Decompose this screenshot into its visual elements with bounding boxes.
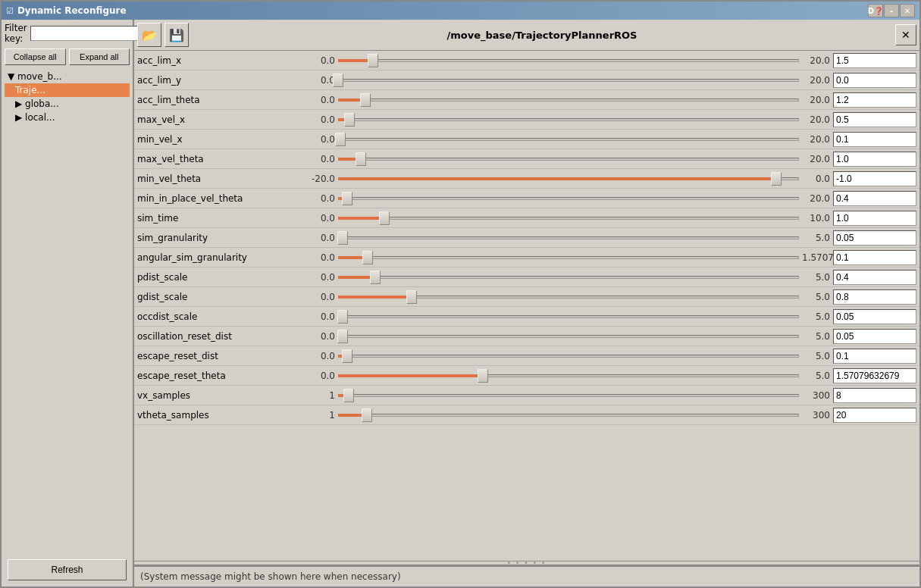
minimize-button[interactable]: - — [884, 4, 899, 17]
slider-container-5[interactable] — [338, 152, 799, 167]
param-value-input-12[interactable] — [833, 289, 916, 305]
param-value-input-3[interactable] — [833, 112, 916, 127]
slider-container-18[interactable] — [338, 408, 799, 423]
slider-track-5 — [338, 158, 799, 161]
param-value-input-17[interactable] — [833, 388, 916, 403]
params-area: acc_lim_x0.020.0acc_lim_y0.020.0acc_lim_… — [134, 51, 919, 561]
param-value-input-16[interactable] — [833, 368, 916, 383]
tree-item-0[interactable]: ▼ move_b... — [5, 70, 130, 83]
collapse-all-button[interactable]: Collapse all — [5, 48, 66, 65]
slider-thumb-6[interactable] — [771, 172, 782, 186]
slider-thumb-10[interactable] — [362, 251, 373, 264]
param-max-4: 20.0 — [799, 134, 833, 145]
slider-thumb-11[interactable] — [370, 271, 381, 284]
window-close-button[interactable]: ✕ — [900, 4, 915, 17]
slider-thumb-9[interactable] — [337, 231, 348, 245]
filter-label: Filter key: — [5, 23, 27, 44]
slider-thumb-4[interactable] — [335, 133, 346, 146]
tree-item-3[interactable]: ▶ local... — [5, 111, 130, 124]
param-value-input-5[interactable] — [833, 152, 916, 167]
refresh-button[interactable]: Refresh — [8, 559, 127, 580]
slider-thumb-2[interactable] — [360, 93, 371, 107]
slider-thumb-7[interactable] — [342, 192, 352, 205]
slider-container-15[interactable] — [338, 349, 799, 364]
param-min-5: 0.0 — [304, 154, 338, 164]
slider-container-1[interactable] — [338, 73, 799, 88]
param-value-input-10[interactable] — [833, 250, 916, 265]
help-button[interactable]: D❓ — [868, 4, 883, 17]
slider-track-10 — [338, 256, 799, 259]
param-min-2: 0.0 — [304, 95, 338, 105]
slider-thumb-18[interactable] — [362, 408, 372, 422]
collapse-expand-row: Collapse all Expand all — [5, 48, 130, 65]
slider-thumb-14[interactable] — [337, 330, 348, 343]
slider-thumb-16[interactable] — [478, 369, 488, 383]
param-name-2: acc_lim_theta — [137, 95, 304, 105]
param-value-input-7[interactable] — [833, 191, 916, 206]
param-min-7: 0.0 — [304, 193, 338, 204]
slider-container-17[interactable] — [338, 388, 799, 403]
slider-container-8[interactable] — [338, 211, 799, 226]
param-value-input-14[interactable] — [833, 329, 916, 344]
param-value-input-4[interactable] — [833, 132, 916, 147]
slider-thumb-8[interactable] — [379, 211, 390, 225]
slider-container-16[interactable] — [338, 368, 799, 383]
param-value-input-0[interactable] — [833, 53, 916, 68]
slider-container-12[interactable] — [338, 289, 799, 305]
tree-item-2[interactable]: ▶ globa... — [5, 97, 130, 111]
slider-container-14[interactable] — [338, 329, 799, 344]
param-row: sim_granularity0.05.0 — [134, 228, 919, 248]
param-min-18: 1 — [304, 410, 338, 421]
param-max-5: 20.0 — [799, 154, 833, 164]
param-min-17: 1 — [304, 390, 338, 401]
param-value-input-18[interactable] — [833, 408, 916, 423]
slider-container-13[interactable] — [338, 309, 799, 324]
slider-container-0[interactable] — [338, 53, 799, 68]
param-value-input-9[interactable] — [833, 230, 916, 246]
param-row: pdist_scale0.05.0 — [134, 267, 919, 287]
slider-thumb-5[interactable] — [356, 152, 366, 166]
slider-container-7[interactable] — [338, 191, 799, 206]
panel-toolbar: 📂 💾 /move_base/TrajectoryPlannerROS ✕ — [134, 20, 919, 51]
param-max-6: 0.0 — [799, 174, 833, 184]
save-icon: 💾 — [169, 28, 184, 42]
slider-container-6[interactable] — [338, 171, 799, 186]
slider-container-11[interactable] — [338, 270, 799, 285]
param-name-16: escape_reset_theta — [137, 371, 304, 381]
filter-input[interactable] — [30, 26, 150, 41]
save-button[interactable]: 💾 — [164, 23, 189, 47]
slider-thumb-3[interactable] — [344, 113, 355, 127]
param-min-16: 0.0 — [304, 371, 338, 381]
slider-container-9[interactable] — [338, 230, 799, 246]
slider-thumb-12[interactable] — [406, 290, 417, 304]
panel-close-button[interactable]: ✕ — [895, 24, 916, 45]
param-max-3: 20.0 — [799, 114, 833, 125]
slider-thumb-0[interactable] — [368, 54, 378, 67]
tree-item-1[interactable]: Traje... — [5, 83, 130, 97]
status-message: (System message might be shown here when… — [140, 571, 401, 582]
param-max-12: 5.0 — [799, 292, 833, 302]
param-row: acc_lim_x0.020.0 — [134, 51, 919, 70]
param-value-input-11[interactable] — [833, 270, 916, 285]
slider-thumb-17[interactable] — [343, 389, 354, 402]
tree-area: ▼ move_b...Traje...▶ globa...▶ local... — [5, 70, 130, 556]
load-button[interactable]: 📂 — [137, 23, 161, 47]
param-value-input-8[interactable] — [833, 211, 916, 226]
param-value-input-13[interactable] — [833, 309, 916, 324]
slider-thumb-13[interactable] — [337, 310, 348, 324]
slider-track-8 — [338, 217, 799, 220]
param-name-0: acc_lim_x — [137, 55, 304, 66]
param-value-input-15[interactable] — [833, 349, 916, 364]
slider-container-10[interactable] — [338, 250, 799, 265]
slider-container-2[interactable] — [338, 92, 799, 108]
param-value-input-1[interactable] — [833, 73, 916, 88]
slider-container-3[interactable] — [338, 112, 799, 127]
slider-container-4[interactable] — [338, 132, 799, 147]
sidebar: Filter key: Collapse all Expand all ▼ mo… — [2, 20, 134, 586]
slider-thumb-1[interactable] — [333, 74, 343, 87]
slider-thumb-15[interactable] — [342, 349, 352, 363]
param-value-input-2[interactable] — [833, 92, 916, 108]
param-value-input-6[interactable] — [833, 171, 916, 186]
param-min-10: 0.0 — [304, 252, 338, 263]
expand-all-button[interactable]: Expand all — [69, 48, 130, 65]
